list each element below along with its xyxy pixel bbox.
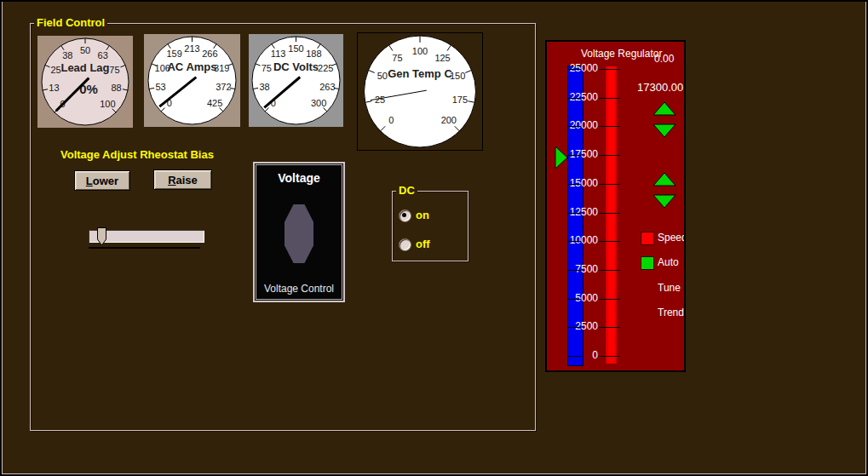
- slider-shadow-line: [89, 247, 200, 249]
- increment-down-button-2[interactable]: [652, 194, 676, 209]
- svg-text:AC Amps: AC Amps: [167, 60, 216, 73]
- dc-off-label: off: [416, 238, 430, 250]
- red-bar-tick: [606, 270, 620, 271]
- legend-item-tune[interactable]: Tune: [547, 282, 686, 295]
- svg-text:225: 225: [318, 63, 333, 73]
- svg-text:Lead Lag: Lead Lag: [60, 61, 109, 74]
- red-bar-tick: [606, 327, 620, 328]
- scale-tick-mark: [599, 356, 606, 357]
- raise-button[interactable]: Raise: [153, 169, 212, 190]
- gauge-dc-volts: 03875113150188225263300DC Volts: [249, 34, 343, 127]
- red-bar-tick: [606, 356, 620, 357]
- svg-text:75: 75: [392, 53, 402, 63]
- blue-bar-tick: [568, 299, 581, 300]
- scale-tick-mark: [599, 155, 606, 156]
- red-bar-tick: [606, 184, 620, 185]
- regulator-setpoint-pointer[interactable]: [555, 146, 568, 169]
- svg-text:88: 88: [111, 83, 121, 93]
- svg-text:38: 38: [260, 82, 270, 92]
- scale-tick-mark: [599, 270, 606, 271]
- scale-tick-mark: [599, 327, 606, 328]
- svg-text:372: 372: [216, 82, 231, 92]
- gauge-gen-temp-c: 0255075100125150175200Gen Temp C: [357, 32, 483, 151]
- scale-tick-mark: [599, 126, 606, 127]
- svg-text:75: 75: [109, 65, 119, 75]
- legend-label: Speed: [658, 232, 686, 244]
- voltage-display-panel: Voltage Voltage Control: [253, 162, 345, 302]
- svg-text:Gen Temp C: Gen Temp C: [388, 67, 452, 80]
- svg-text:175: 175: [452, 95, 468, 105]
- svg-text:100: 100: [100, 99, 115, 109]
- voltage-display-title: Voltage: [255, 171, 343, 185]
- scale-tick-mark: [599, 213, 606, 214]
- svg-text:188: 188: [306, 49, 321, 59]
- svg-text:38: 38: [62, 50, 72, 60]
- svg-text:125: 125: [434, 53, 450, 63]
- svg-text:100: 100: [412, 46, 428, 56]
- legend-label: Auto: [658, 256, 679, 268]
- svg-text:25: 25: [50, 65, 60, 75]
- legend-swatch: [641, 256, 654, 270]
- dc-off-radio[interactable]: [399, 238, 411, 251]
- increment-down-button-1[interactable]: [652, 123, 676, 138]
- blue-bar-tick: [568, 327, 581, 328]
- red-bar-tick: [606, 299, 620, 300]
- blue-bar-tick: [568, 356, 581, 357]
- svg-text:113: 113: [271, 49, 286, 59]
- svg-text:150: 150: [288, 43, 303, 54]
- blue-bar-tick: [568, 126, 581, 127]
- legend-swatch: [641, 232, 654, 245]
- svg-text:425: 425: [207, 98, 222, 108]
- svg-text:213: 213: [184, 43, 199, 54]
- blue-bar-tick: [568, 270, 581, 271]
- regulator-title: Voltage Regulator: [581, 48, 662, 60]
- svg-text:200: 200: [441, 115, 457, 125]
- voltage-knob[interactable]: [285, 204, 313, 263]
- legend-item-trend[interactable]: Trend: [547, 307, 686, 320]
- svg-text:0: 0: [388, 115, 394, 125]
- legend-label: Tune: [658, 282, 681, 294]
- svg-text:DC Volts: DC Volts: [273, 60, 319, 73]
- dc-on-label: on: [416, 209, 429, 221]
- svg-text:263: 263: [319, 82, 335, 92]
- svg-text:13: 13: [49, 83, 59, 93]
- lower-button[interactable]: Lower: [74, 170, 130, 191]
- legend-label: Trend: [658, 307, 684, 318]
- blue-bar-tick: [568, 69, 581, 70]
- rheostat-slider-thumb[interactable]: [97, 227, 106, 246]
- increment-up-button-2[interactable]: [652, 172, 676, 186]
- gauge-ac-amps: 053106159213266319372425AC Amps: [144, 34, 240, 127]
- scale-tick-mark: [599, 299, 606, 300]
- gauge-lead-lag: 013253850637588100Lead Lag0%: [37, 36, 133, 128]
- blue-bar-tick: [568, 155, 581, 156]
- blue-bar-tick: [568, 184, 581, 185]
- svg-text:266: 266: [202, 49, 217, 59]
- regulator-readout-primary: 17300.00: [637, 81, 683, 94]
- dc-on-radio[interactable]: [399, 209, 411, 222]
- svg-text:63: 63: [98, 50, 108, 60]
- legend-item-speed[interactable]: Speed: [547, 232, 686, 245]
- red-bar-tick: [606, 69, 620, 70]
- scale-tick-mark: [599, 69, 606, 70]
- voltage-regulator-panel: Voltage Regulator 0.00 17300.00 02500500…: [545, 40, 686, 372]
- svg-text:50: 50: [377, 71, 388, 81]
- legend-item-auto[interactable]: Auto: [547, 256, 686, 270]
- red-bar-tick: [606, 98, 620, 99]
- blue-bar-tick: [568, 98, 581, 99]
- red-bar-tick: [606, 155, 620, 156]
- dc-off-option[interactable]: off: [399, 238, 450, 249]
- scale-tick-mark: [599, 98, 606, 99]
- dc-group-label: DC: [396, 185, 417, 197]
- regulator-readout-secondary: 0.00: [654, 53, 674, 65]
- main-window: Field Control 013253850637588100Lead Lag…: [0, 0, 868, 476]
- field-control-label: Field Control: [34, 17, 107, 29]
- svg-text:159: 159: [166, 49, 181, 59]
- increment-up-button-1[interactable]: [652, 101, 676, 116]
- scale-tick-mark: [599, 184, 606, 185]
- voltage-display-caption: Voltage Control: [255, 283, 343, 295]
- svg-text:50: 50: [80, 45, 90, 55]
- red-bar-tick: [606, 126, 620, 127]
- svg-text:75: 75: [262, 63, 272, 73]
- blue-bar-tick: [568, 213, 581, 214]
- dc-on-option[interactable]: on: [399, 209, 450, 221]
